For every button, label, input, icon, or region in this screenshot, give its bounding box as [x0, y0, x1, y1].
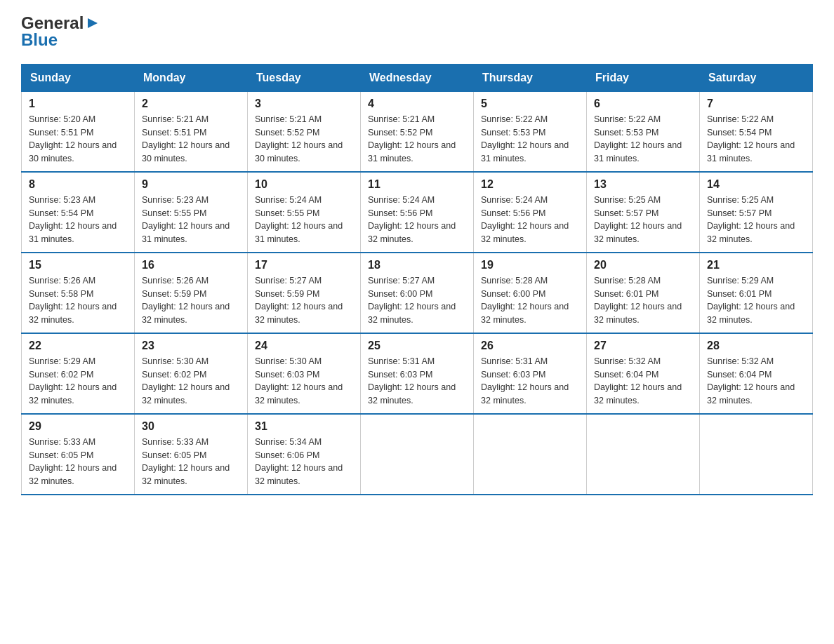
day-number: 16 [142, 259, 240, 271]
day-number: 21 [707, 259, 805, 271]
day-cell: 5Sunrise: 5:22 AMSunset: 5:53 PMDaylight… [474, 91, 587, 172]
day-number: 30 [142, 420, 240, 433]
day-number: 11 [368, 178, 466, 191]
day-cell: 22Sunrise: 5:29 AMSunset: 6:02 PMDayligh… [22, 333, 135, 414]
day-info: Sunrise: 5:23 AMSunset: 5:55 PMDaylight:… [142, 194, 240, 246]
header-sunday: Sunday [22, 64, 135, 91]
day-info: Sunrise: 5:32 AMSunset: 6:04 PMDaylight:… [707, 355, 805, 408]
day-info: Sunrise: 5:33 AMSunset: 6:05 PMDaylight:… [29, 436, 127, 488]
day-cell: 9Sunrise: 5:23 AMSunset: 5:55 PMDaylight… [135, 172, 248, 253]
day-cell: 6Sunrise: 5:22 AMSunset: 5:53 PMDaylight… [587, 91, 700, 172]
day-info: Sunrise: 5:24 AMSunset: 5:56 PMDaylight:… [481, 194, 579, 246]
day-number: 4 [368, 98, 466, 110]
day-info: Sunrise: 5:23 AMSunset: 5:54 PMDaylight:… [29, 194, 127, 246]
day-cell: 19Sunrise: 5:28 AMSunset: 6:00 PMDayligh… [474, 253, 587, 333]
page-header: General Blue [21, 14, 813, 50]
day-number: 27 [594, 340, 692, 352]
day-info: Sunrise: 5:24 AMSunset: 5:56 PMDaylight:… [368, 194, 466, 246]
day-info: Sunrise: 5:21 AMSunset: 5:51 PMDaylight:… [142, 113, 240, 166]
day-cell: 29Sunrise: 5:33 AMSunset: 6:05 PMDayligh… [22, 414, 135, 495]
day-cell: 14Sunrise: 5:25 AMSunset: 5:57 PMDayligh… [700, 172, 813, 253]
day-cell [700, 414, 813, 495]
logo-blue-text: Blue [21, 31, 100, 49]
day-number: 22 [29, 340, 127, 352]
week-row-5: 29Sunrise: 5:33 AMSunset: 6:05 PMDayligh… [22, 414, 813, 495]
day-info: Sunrise: 5:26 AMSunset: 5:59 PMDaylight:… [142, 274, 240, 327]
day-number: 18 [368, 259, 466, 271]
svg-marker-0 [88, 18, 98, 28]
logo-arrow-icon [85, 15, 100, 31]
day-number: 8 [29, 178, 127, 191]
day-cell: 11Sunrise: 5:24 AMSunset: 5:56 PMDayligh… [361, 172, 474, 253]
day-info: Sunrise: 5:27 AMSunset: 5:59 PMDaylight:… [255, 274, 353, 327]
day-number: 28 [707, 340, 805, 352]
day-cell: 12Sunrise: 5:24 AMSunset: 5:56 PMDayligh… [474, 172, 587, 253]
header-tuesday: Tuesday [248, 64, 361, 91]
day-info: Sunrise: 5:29 AMSunset: 6:01 PMDaylight:… [707, 274, 805, 327]
day-info: Sunrise: 5:20 AMSunset: 5:51 PMDaylight:… [29, 113, 127, 166]
day-cell: 25Sunrise: 5:31 AMSunset: 6:03 PMDayligh… [361, 333, 474, 414]
day-number: 14 [707, 178, 805, 191]
day-cell: 21Sunrise: 5:29 AMSunset: 6:01 PMDayligh… [700, 253, 813, 333]
day-cell: 13Sunrise: 5:25 AMSunset: 5:57 PMDayligh… [587, 172, 700, 253]
day-info: Sunrise: 5:22 AMSunset: 5:53 PMDaylight:… [481, 113, 579, 166]
day-info: Sunrise: 5:34 AMSunset: 6:06 PMDaylight:… [255, 436, 353, 488]
day-number: 7 [707, 98, 805, 110]
header-thursday: Thursday [474, 64, 587, 91]
day-number: 23 [142, 340, 240, 352]
day-info: Sunrise: 5:30 AMSunset: 6:02 PMDaylight:… [142, 355, 240, 408]
day-info: Sunrise: 5:21 AMSunset: 5:52 PMDaylight:… [368, 113, 466, 166]
day-info: Sunrise: 5:28 AMSunset: 6:00 PMDaylight:… [481, 274, 579, 327]
day-cell: 20Sunrise: 5:28 AMSunset: 6:01 PMDayligh… [587, 253, 700, 333]
day-cell: 31Sunrise: 5:34 AMSunset: 6:06 PMDayligh… [248, 414, 361, 495]
day-info: Sunrise: 5:28 AMSunset: 6:01 PMDaylight:… [594, 274, 692, 327]
day-number: 19 [481, 259, 579, 271]
day-info: Sunrise: 5:31 AMSunset: 6:03 PMDaylight:… [481, 355, 579, 408]
day-cell [474, 414, 587, 495]
day-number: 29 [29, 420, 127, 433]
day-number: 12 [481, 178, 579, 191]
day-cell: 3Sunrise: 5:21 AMSunset: 5:52 PMDaylight… [248, 91, 361, 172]
day-cell: 28Sunrise: 5:32 AMSunset: 6:04 PMDayligh… [700, 333, 813, 414]
day-number: 1 [29, 98, 127, 110]
day-info: Sunrise: 5:29 AMSunset: 6:02 PMDaylight:… [29, 355, 127, 408]
header-monday: Monday [135, 64, 248, 91]
day-info: Sunrise: 5:33 AMSunset: 6:05 PMDaylight:… [142, 436, 240, 488]
day-cell: 16Sunrise: 5:26 AMSunset: 5:59 PMDayligh… [135, 253, 248, 333]
day-info: Sunrise: 5:31 AMSunset: 6:03 PMDaylight:… [368, 355, 466, 408]
day-cell [587, 414, 700, 495]
day-cell [361, 414, 474, 495]
calendar-table: SundayMondayTuesdayWednesdayThursdayFrid… [21, 64, 813, 495]
day-number: 17 [255, 259, 353, 271]
logo: General Blue [21, 14, 100, 50]
day-cell: 18Sunrise: 5:27 AMSunset: 6:00 PMDayligh… [361, 253, 474, 333]
day-number: 20 [594, 259, 692, 271]
day-number: 2 [142, 98, 240, 110]
day-cell: 23Sunrise: 5:30 AMSunset: 6:02 PMDayligh… [135, 333, 248, 414]
day-number: 10 [255, 178, 353, 191]
day-cell: 26Sunrise: 5:31 AMSunset: 6:03 PMDayligh… [474, 333, 587, 414]
day-number: 15 [29, 259, 127, 271]
week-row-4: 22Sunrise: 5:29 AMSunset: 6:02 PMDayligh… [22, 333, 813, 414]
day-info: Sunrise: 5:22 AMSunset: 5:54 PMDaylight:… [707, 113, 805, 166]
day-number: 6 [594, 98, 692, 110]
day-cell: 17Sunrise: 5:27 AMSunset: 5:59 PMDayligh… [248, 253, 361, 333]
day-cell: 1Sunrise: 5:20 AMSunset: 5:51 PMDaylight… [22, 91, 135, 172]
day-cell: 4Sunrise: 5:21 AMSunset: 5:52 PMDaylight… [361, 91, 474, 172]
day-cell: 7Sunrise: 5:22 AMSunset: 5:54 PMDaylight… [700, 91, 813, 172]
logo-wordmark: General Blue [21, 14, 100, 50]
day-info: Sunrise: 5:21 AMSunset: 5:52 PMDaylight:… [255, 113, 353, 166]
calendar-header-row: SundayMondayTuesdayWednesdayThursdayFrid… [22, 64, 813, 91]
day-number: 3 [255, 98, 353, 110]
header-friday: Friday [587, 64, 700, 91]
week-row-2: 8Sunrise: 5:23 AMSunset: 5:54 PMDaylight… [22, 172, 813, 253]
day-number: 5 [481, 98, 579, 110]
week-row-1: 1Sunrise: 5:20 AMSunset: 5:51 PMDaylight… [22, 91, 813, 172]
day-cell: 2Sunrise: 5:21 AMSunset: 5:51 PMDaylight… [135, 91, 248, 172]
day-number: 24 [255, 340, 353, 352]
day-cell: 30Sunrise: 5:33 AMSunset: 6:05 PMDayligh… [135, 414, 248, 495]
day-number: 13 [594, 178, 692, 191]
header-saturday: Saturday [700, 64, 813, 91]
day-number: 25 [368, 340, 466, 352]
day-info: Sunrise: 5:32 AMSunset: 6:04 PMDaylight:… [594, 355, 692, 408]
